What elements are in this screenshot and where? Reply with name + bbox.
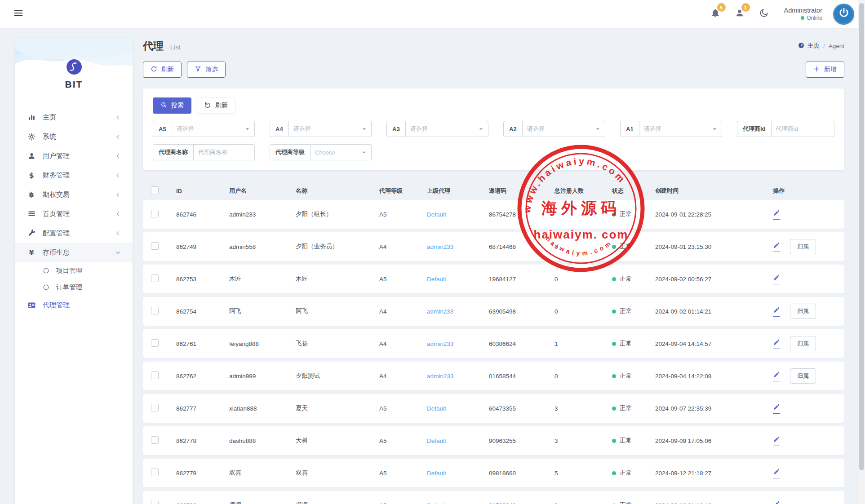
edit-button[interactable] — [773, 403, 780, 414]
cell-registrations: 3 — [554, 438, 612, 444]
parent-agent-link[interactable]: Default — [427, 502, 446, 504]
breadcrumb-home[interactable]: 主页 — [798, 42, 820, 50]
sidebar-item-agent-management[interactable]: 代理管理 — [15, 296, 133, 315]
cell-name: 夏天 — [296, 404, 379, 412]
edit-button[interactable] — [773, 339, 780, 349]
row-checkbox[interactable] — [151, 307, 159, 314]
sidebar-item-deposit-interest[interactable]: ¥存币生息 — [15, 243, 133, 262]
cell-level: A5 — [379, 276, 427, 283]
hamburger-menu-icon[interactable] — [11, 5, 26, 22]
brand-name: BIT — [15, 79, 133, 90]
table-row: 862777xiatian888夏天A5Default604733553正常20… — [143, 394, 844, 423]
row-checkbox[interactable] — [151, 469, 159, 476]
agent-name-placeholder: 代理商名称 — [194, 148, 254, 156]
sidebar-item-home[interactable]: 主页 — [15, 108, 133, 127]
parent-agent-link[interactable]: admin233 — [427, 308, 453, 315]
edit-button[interactable] — [773, 371, 780, 381]
row-checkbox[interactable] — [151, 436, 159, 444]
sidebar-item-options-trading[interactable]: ฿期权交易 — [15, 185, 133, 204]
assign-button[interactable]: 归属 — [790, 336, 816, 351]
filter-selects: A5请选择A4请选择A3请选择A2请选择A1请选择 — [153, 121, 722, 137]
parent-agent-link[interactable]: Default — [427, 470, 446, 477]
agent-level-select[interactable]: 代理商等级 Choose — [270, 144, 372, 160]
cell-id: 862779 — [176, 470, 229, 477]
sidebar-subitem-project-management[interactable]: 项目管理 — [15, 262, 133, 279]
cell-username: 双喜 — [229, 469, 296, 477]
parent-agent-link[interactable]: Default — [427, 405, 446, 412]
select-all-checkbox[interactable] — [151, 186, 159, 194]
sidebar-item-finance-management[interactable]: $财务管理 — [15, 166, 133, 185]
parent-agent-link[interactable]: admin233 — [427, 243, 453, 250]
page-scrollbar[interactable] — [858, 0, 865, 504]
undo-icon — [204, 102, 211, 110]
filter-select-placeholder: 请选择 — [406, 125, 479, 133]
sidebar-item-user-management[interactable]: 用户管理 — [15, 146, 133, 166]
parent-agent-link[interactable]: Default — [427, 211, 446, 218]
parent-agent-link[interactable]: admin233 — [427, 373, 453, 380]
search-button[interactable]: 搜索 — [153, 97, 191, 114]
brand-logo — [66, 59, 82, 77]
assign-button[interactable]: 归属 — [790, 239, 816, 254]
sidebar-item-system[interactable]: 系统 — [15, 127, 133, 146]
breadcrumb-current: Agent — [829, 43, 844, 49]
pencil-icon — [773, 436, 780, 444]
funnel-icon — [195, 66, 201, 74]
cell-level: A5 — [379, 405, 427, 412]
dollar-icon: $ — [27, 171, 36, 180]
parent-agent-link[interactable]: Default — [427, 438, 446, 444]
sidebar-item-homepage-management[interactable]: 首页管理 — [15, 204, 133, 224]
cell-parent: Default — [427, 470, 489, 477]
edit-button[interactable] — [773, 242, 780, 252]
chevron-down-icon — [245, 127, 254, 132]
filter-select-a2[interactable]: A2请选择 — [503, 121, 605, 137]
edit-button[interactable] — [773, 306, 780, 317]
row-checkbox[interactable] — [151, 242, 159, 250]
row-checkbox[interactable] — [151, 274, 159, 282]
edit-button[interactable] — [773, 468, 780, 478]
edit-button[interactable] — [773, 209, 780, 220]
sidebar-item-config-management[interactable]: 配置管理 — [15, 224, 133, 243]
col-invite-code: 邀请码 — [489, 187, 554, 195]
row-checkbox[interactable] — [151, 501, 159, 504]
assign-button[interactable]: 归属 — [790, 368, 816, 384]
cell-name: 双喜 — [296, 469, 379, 477]
filter-select-a4[interactable]: A4请选择 — [270, 121, 372, 137]
refresh-button[interactable]: 刷新 — [143, 62, 182, 78]
messages-button[interactable]: 1 — [733, 6, 746, 22]
assign-button[interactable]: 归属 — [790, 304, 816, 319]
cell-name: 阿飞 — [296, 307, 379, 315]
filter-select-a5[interactable]: A5请选择 — [153, 121, 255, 137]
sidebar-subitem-order-management[interactable]: 订单管理 — [15, 279, 133, 296]
parent-agent-link[interactable]: admin233 — [427, 340, 453, 347]
row-checkbox[interactable] — [151, 371, 159, 379]
notifications-button[interactable]: 5 — [709, 6, 722, 22]
filter-select-a3[interactable]: A3请选择 — [386, 121, 488, 137]
table-row: 862778dashu888大树A5Default909632553正常2024… — [143, 426, 844, 455]
logout-button[interactable] — [833, 4, 854, 25]
scrollbar-thumb[interactable] — [859, 3, 864, 470]
notification-badge: 5 — [717, 3, 726, 12]
edit-button[interactable] — [773, 274, 780, 284]
agent-id-field[interactable]: 代理商Id 代理商id — [737, 121, 834, 137]
row-checkbox[interactable] — [151, 404, 159, 411]
edit-button[interactable] — [773, 500, 780, 504]
pencil-icon — [773, 242, 780, 250]
reset-button[interactable]: 刷新 — [197, 97, 235, 114]
dark-mode-toggle[interactable] — [757, 6, 771, 22]
parent-agent-link[interactable]: Default — [427, 276, 446, 283]
filter-button[interactable]: 筛选 — [187, 62, 226, 78]
row-checkbox-cell — [151, 371, 176, 380]
add-button[interactable]: 新增 — [806, 62, 844, 78]
cell-name: 夕阳（业务员） — [296, 243, 379, 251]
sidebar-item-label: 首页管理 — [43, 210, 70, 218]
row-checkbox[interactable] — [151, 210, 159, 217]
agent-name-field[interactable]: 代理商名称 代理商名称 — [153, 144, 255, 160]
cell-invite-code: 09818660 — [489, 470, 554, 477]
row-checkbox[interactable] — [151, 339, 159, 347]
page-header: 代理 List 主页 / Agent — [143, 38, 844, 54]
cell-invite-code: 60386624 — [489, 340, 554, 347]
filter-select-a1[interactable]: A1请选择 — [620, 121, 722, 137]
status-dot — [612, 471, 616, 475]
page-subtitle: List — [170, 43, 180, 51]
edit-button[interactable] — [773, 436, 780, 446]
